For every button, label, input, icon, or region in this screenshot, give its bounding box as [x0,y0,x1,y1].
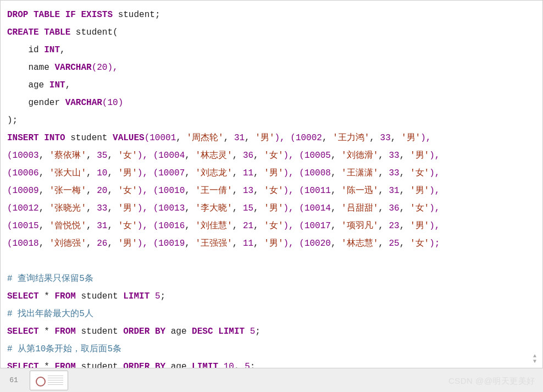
code-line: age INT, [7,76,536,94]
slide-thumbnail[interactable] [30,371,68,390]
code-line: SELECT * FROM student ORDER BY age DESC … [7,323,536,340]
code-line: ); [7,112,536,129]
code-line: (10015, '曾悦悦', 31, '女'), (10016, '刘佳慧', … [7,217,536,235]
code-line: SELECT * FROM student ORDER BY age LIMIT… [7,358,536,368]
code-line: id INT, [7,41,536,59]
code-line: DROP TABLE IF EXISTS student; [7,6,536,24]
code-line: SELECT * FROM student LIMIT 5; [7,288,536,305]
code-line: CREATE TABLE student( [7,24,536,41]
code-line: (10009, '张一梅', 20, '女'), (10010, '王一倩', … [7,182,536,200]
code-line: gender VARCHAR(10) [7,94,536,112]
comment-line: # 找出年龄最大的5人 [7,305,536,323]
code-line: (10003, '蔡依琳', 35, '女'), (10004, '林志灵', … [7,147,536,164]
code-line: name VARCHAR(20), [7,59,536,76]
comment-line: # 查询结果只保留5条 [7,270,536,288]
comment-line: # 从第10条开始，取后面5条 [7,340,536,358]
code-line: (10012, '张晓光', 33, '男'), (10013, '李大晓', … [7,200,536,217]
slide-number: 61 [0,376,27,384]
sql-editor[interactable]: DROP TABLE IF EXISTS student; CREATE TAB… [0,0,543,368]
watermark: CSDN @@明天更美好 [448,376,535,387]
scroll-indicator-icon: ▲▼ [533,354,536,365]
code-line: (10006, '张大山', 10, '男'), (10007, '刘志龙', … [7,164,536,182]
code-line: (10018, '刘德强', 26, '男'), (10019, '王强强', … [7,235,536,252]
code-line: INSERT INTO student VALUES(10001, '周杰轮',… [7,129,536,147]
code-line [7,252,536,270]
